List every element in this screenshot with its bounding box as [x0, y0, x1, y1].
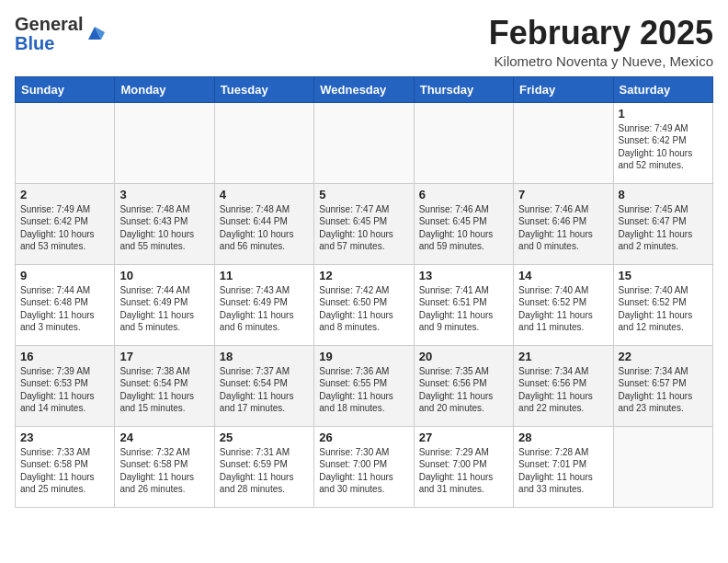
calendar-week-row: 1Sunrise: 7:49 AM Sunset: 6:42 PM Daylig…: [16, 102, 713, 183]
weekday-header-sunday: Sunday: [16, 76, 115, 102]
calendar-cell: [514, 102, 613, 183]
calendar-cell: 6Sunrise: 7:46 AM Sunset: 6:45 PM Daylig…: [414, 183, 513, 264]
logo: General Blue: [15, 15, 105, 53]
weekday-header-friday: Friday: [514, 76, 613, 102]
day-info: Sunrise: 7:48 AM Sunset: 6:43 PM Dayligh…: [119, 203, 209, 253]
calendar-table: SundayMondayTuesdayWednesdayThursdayFrid…: [15, 76, 713, 508]
calendar-cell: 21Sunrise: 7:34 AM Sunset: 6:56 PM Dayli…: [514, 345, 613, 426]
calendar-cell: 16Sunrise: 7:39 AM Sunset: 6:53 PM Dayli…: [16, 345, 115, 426]
day-number: 14: [518, 269, 608, 282]
day-info: Sunrise: 7:46 AM Sunset: 6:45 PM Dayligh…: [419, 203, 508, 253]
weekday-header-tuesday: Tuesday: [214, 76, 313, 102]
day-info: Sunrise: 7:49 AM Sunset: 6:42 PM Dayligh…: [20, 203, 109, 253]
day-info: Sunrise: 7:47 AM Sunset: 6:45 PM Dayligh…: [319, 203, 408, 253]
day-number: 15: [619, 269, 708, 282]
page-header: General Blue February 2025 Kilometro Nov…: [15, 15, 713, 69]
day-number: 19: [319, 350, 408, 363]
calendar-cell: [314, 102, 414, 183]
day-info: Sunrise: 7:32 AM Sunset: 6:58 PM Dayligh…: [119, 446, 209, 496]
weekday-header-saturday: Saturday: [613, 76, 712, 102]
calendar-cell: 5Sunrise: 7:47 AM Sunset: 6:45 PM Daylig…: [314, 183, 414, 264]
day-info: Sunrise: 7:45 AM Sunset: 6:47 PM Dayligh…: [619, 203, 708, 253]
day-info: Sunrise: 7:29 AM Sunset: 7:00 PM Dayligh…: [419, 446, 508, 496]
day-info: Sunrise: 7:49 AM Sunset: 6:42 PM Dayligh…: [619, 122, 708, 172]
title-block: February 2025 Kilometro Noventa y Nueve,…: [489, 15, 713, 69]
calendar-cell: 25Sunrise: 7:31 AM Sunset: 6:59 PM Dayli…: [214, 426, 313, 507]
calendar-cell: 23Sunrise: 7:33 AM Sunset: 6:58 PM Dayli…: [16, 426, 115, 507]
calendar-cell: 13Sunrise: 7:41 AM Sunset: 6:51 PM Dayli…: [414, 264, 513, 345]
day-info: Sunrise: 7:44 AM Sunset: 6:48 PM Dayligh…: [20, 284, 109, 334]
day-number: 13: [419, 269, 508, 282]
calendar-cell: 19Sunrise: 7:36 AM Sunset: 6:55 PM Dayli…: [314, 345, 414, 426]
calendar-cell: 2Sunrise: 7:49 AM Sunset: 6:42 PM Daylig…: [16, 183, 115, 264]
calendar-week-row: 23Sunrise: 7:33 AM Sunset: 6:58 PM Dayli…: [16, 426, 713, 507]
calendar-cell: 22Sunrise: 7:34 AM Sunset: 6:57 PM Dayli…: [613, 345, 712, 426]
day-number: 5: [319, 188, 408, 201]
day-info: Sunrise: 7:41 AM Sunset: 6:51 PM Dayligh…: [419, 284, 508, 334]
day-number: 8: [619, 188, 708, 201]
calendar-cell: [115, 102, 214, 183]
day-number: 21: [518, 350, 608, 363]
calendar-cell: 24Sunrise: 7:32 AM Sunset: 6:58 PM Dayli…: [115, 426, 214, 507]
day-number: 18: [220, 350, 309, 363]
calendar-cell: 11Sunrise: 7:43 AM Sunset: 6:49 PM Dayli…: [214, 264, 313, 345]
calendar-cell: 1Sunrise: 7:49 AM Sunset: 6:42 PM Daylig…: [613, 102, 712, 183]
day-info: Sunrise: 7:31 AM Sunset: 6:59 PM Dayligh…: [220, 446, 309, 496]
calendar-cell: 7Sunrise: 7:46 AM Sunset: 6:46 PM Daylig…: [514, 183, 613, 264]
calendar-cell: [214, 102, 313, 183]
calendar-week-row: 2Sunrise: 7:49 AM Sunset: 6:42 PM Daylig…: [16, 183, 713, 264]
day-number: 3: [119, 188, 209, 201]
calendar-week-row: 16Sunrise: 7:39 AM Sunset: 6:53 PM Dayli…: [16, 345, 713, 426]
day-number: 28: [518, 431, 608, 444]
day-number: 16: [20, 350, 109, 363]
day-number: 11: [220, 269, 309, 282]
day-number: 1: [619, 107, 708, 121]
day-info: Sunrise: 7:48 AM Sunset: 6:44 PM Dayligh…: [220, 203, 309, 253]
logo-general: General: [15, 15, 83, 34]
day-number: 17: [119, 350, 209, 363]
calendar-cell: 15Sunrise: 7:40 AM Sunset: 6:52 PM Dayli…: [613, 264, 712, 345]
day-info: Sunrise: 7:33 AM Sunset: 6:58 PM Dayligh…: [20, 446, 109, 496]
day-number: 22: [619, 350, 708, 363]
day-number: 10: [119, 269, 209, 282]
day-info: Sunrise: 7:28 AM Sunset: 7:01 PM Dayligh…: [518, 446, 608, 496]
calendar-cell: 3Sunrise: 7:48 AM Sunset: 6:43 PM Daylig…: [115, 183, 214, 264]
calendar-cell: 26Sunrise: 7:30 AM Sunset: 7:00 PM Dayli…: [314, 426, 414, 507]
day-info: Sunrise: 7:37 AM Sunset: 6:54 PM Dayligh…: [220, 365, 309, 415]
calendar-week-row: 9Sunrise: 7:44 AM Sunset: 6:48 PM Daylig…: [16, 264, 713, 345]
logo-icon: [85, 23, 105, 43]
day-number: 26: [319, 431, 408, 444]
day-info: Sunrise: 7:40 AM Sunset: 6:52 PM Dayligh…: [619, 284, 708, 334]
weekday-header-thursday: Thursday: [414, 76, 513, 102]
calendar-cell: [613, 426, 712, 507]
weekday-header-monday: Monday: [115, 76, 214, 102]
calendar-cell: 14Sunrise: 7:40 AM Sunset: 6:52 PM Dayli…: [514, 264, 613, 345]
calendar-cell: [414, 102, 513, 183]
day-info: Sunrise: 7:44 AM Sunset: 6:49 PM Dayligh…: [119, 284, 209, 334]
calendar-cell: 28Sunrise: 7:28 AM Sunset: 7:01 PM Dayli…: [514, 426, 613, 507]
day-number: 20: [419, 350, 508, 363]
day-number: 2: [20, 188, 109, 201]
calendar-cell: 10Sunrise: 7:44 AM Sunset: 6:49 PM Dayli…: [115, 264, 214, 345]
day-number: 24: [119, 431, 209, 444]
day-info: Sunrise: 7:38 AM Sunset: 6:54 PM Dayligh…: [119, 365, 209, 415]
calendar-cell: 9Sunrise: 7:44 AM Sunset: 6:48 PM Daylig…: [16, 264, 115, 345]
month-year-title: February 2025: [489, 15, 713, 52]
day-info: Sunrise: 7:30 AM Sunset: 7:00 PM Dayligh…: [319, 446, 408, 496]
calendar-cell: [16, 102, 115, 183]
calendar-cell: 12Sunrise: 7:42 AM Sunset: 6:50 PM Dayli…: [314, 264, 414, 345]
day-number: 27: [419, 431, 508, 444]
day-info: Sunrise: 7:35 AM Sunset: 6:56 PM Dayligh…: [419, 365, 508, 415]
day-number: 23: [20, 431, 109, 444]
day-info: Sunrise: 7:42 AM Sunset: 6:50 PM Dayligh…: [319, 284, 408, 334]
day-number: 6: [419, 188, 508, 201]
day-info: Sunrise: 7:34 AM Sunset: 6:57 PM Dayligh…: [619, 365, 708, 415]
weekday-header-row: SundayMondayTuesdayWednesdayThursdayFrid…: [16, 76, 713, 102]
day-number: 4: [220, 188, 309, 201]
calendar-cell: 18Sunrise: 7:37 AM Sunset: 6:54 PM Dayli…: [214, 345, 313, 426]
day-info: Sunrise: 7:36 AM Sunset: 6:55 PM Dayligh…: [319, 365, 408, 415]
day-number: 9: [20, 269, 109, 282]
day-info: Sunrise: 7:46 AM Sunset: 6:46 PM Dayligh…: [518, 203, 608, 253]
day-number: 7: [518, 188, 608, 201]
day-info: Sunrise: 7:39 AM Sunset: 6:53 PM Dayligh…: [20, 365, 109, 415]
